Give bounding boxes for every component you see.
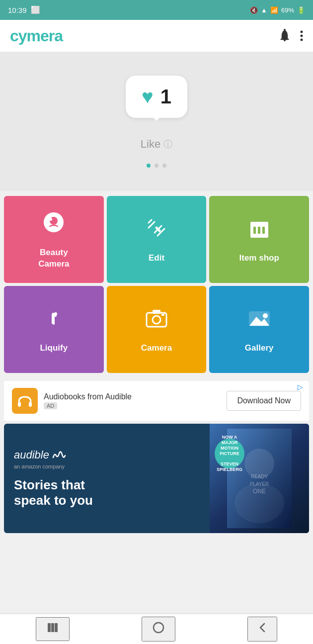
edit-icon [144,215,169,246]
svg-rect-0 [284,29,286,30]
bell-icon [278,29,291,43]
poster-badge: NOW A MAJORMOTION PICTURESTEVENSPIELBERG [215,439,244,468]
camera-icon [144,305,169,336]
beauty-camera-icon [41,209,67,240]
svg-rect-36 [154,623,163,633]
liquify-icon [41,305,67,336]
screen-icon: ⬜ [31,5,40,14]
svg-rect-33 [48,623,51,632]
back-nav-button[interactable] [247,617,277,642]
menu-nav-icon [47,622,59,633]
home-nav-icon [153,622,164,634]
dot-3 [162,164,166,168]
ad-section: Audiobooks from Audible AD Download Now … [4,381,309,421]
menu-nav-button[interactable] [36,617,70,641]
pagination-dots [147,164,166,168]
svg-point-2 [301,35,303,37]
like-count: 1 [160,86,171,108]
svg-point-19 [153,316,160,324]
item-shop-label: Item shop [239,253,279,264]
edit-button[interactable]: Edit [107,196,207,283]
svg-text:ONE: ONE [253,488,266,495]
audible-company: an amazon company [14,463,200,469]
audible-left: audible an amazon company Stories thatsp… [4,424,210,533]
audible-banner[interactable]: audible an amazon company Stories thatsp… [4,424,309,533]
beauty-camera-button[interactable]: BeautyCamera [4,196,104,283]
item-shop-button[interactable]: Item shop [209,196,309,283]
beauty-camera-label: BeautyCamera [38,247,69,269]
home-nav-button[interactable] [142,617,175,642]
status-left: 10:39 ⬜ [8,5,40,14]
wifi-icon: ▲ [261,6,267,14]
camera-label: Camera [141,343,172,354]
svg-rect-34 [51,623,54,632]
like-bubble: ♥ 1 [126,76,187,118]
audible-poster: NOW A MAJORMOTION PICTURESTEVENSPIELBERG… [210,424,309,533]
info-icon: ⓘ [163,138,172,150]
more-icon [300,30,303,42]
back-nav-icon [258,622,266,634]
mute-icon: 🔇 [250,6,258,14]
audible-wave-icon [52,451,66,460]
top-icons [278,29,303,43]
svg-text:PLAYER: PLAYER [250,481,269,487]
svg-point-24 [263,313,268,318]
time-label: 10:39 [8,6,27,14]
battery-label: 69% [281,6,294,14]
audible-logo-icon [12,388,38,414]
audible-logo-block: audible [14,449,200,461]
ad-text: Audiobooks from Audible AD [44,392,132,409]
ad-header: Audiobooks from Audible AD Download Now … [12,388,301,414]
svg-rect-14 [258,227,260,234]
dot-1 [147,164,151,168]
svg-point-6 [49,218,52,221]
dot-2 [155,164,158,168]
signal-icon: 📶 [270,6,278,14]
download-now-button[interactable]: Download Now [227,391,301,411]
ad-badge: AD [44,402,57,409]
edit-label: Edit [149,253,164,264]
svg-rect-25 [18,402,21,407]
feature-grid: BeautyCamera Edit Item shop [0,191,313,378]
liquify-label: Liquify [40,343,68,354]
movie-poster-image: NOW A MAJORMOTION PICTURESTEVENSPIELBERG… [210,424,309,533]
svg-point-1 [301,31,303,33]
svg-rect-13 [253,227,256,234]
ad-indicator-icon: ▷ [298,383,303,391]
svg-rect-20 [153,310,160,314]
app-logo: cymera [10,27,63,45]
svg-rect-21 [161,314,164,316]
item-shop-icon [246,215,272,246]
more-menu-button[interactable] [300,30,303,42]
gallery-button[interactable]: Gallery [209,286,309,373]
svg-rect-35 [55,623,58,632]
top-bar: cymera [0,20,313,52]
svg-rect-15 [262,227,265,234]
svg-text:READY: READY [251,474,268,479]
liquify-button[interactable]: Liquify [4,286,104,373]
svg-line-7 [149,220,152,223]
status-right: 🔇 ▲ 📶 69% 🔋 [250,6,305,14]
audible-tagline: Stories thatspeak to you [14,477,200,508]
ad-title: Audiobooks from Audible [44,392,132,401]
battery-icon: 🔋 [297,6,305,14]
heart-icon: ♥ [142,86,154,108]
notification-button[interactable] [278,29,291,43]
like-label: Like ⓘ [141,138,172,151]
ad-left: Audiobooks from Audible AD [12,388,132,414]
headphones-icon [17,393,33,409]
hero-banner: ♥ 1 Like ⓘ [0,52,313,191]
camera-button[interactable]: Camera [107,286,207,373]
gallery-label: Gallery [245,343,274,354]
status-bar: 10:39 ⬜ 🔇 ▲ 📶 69% 🔋 [0,0,313,20]
svg-rect-26 [29,402,32,407]
svg-point-3 [301,39,303,41]
audible-logo-text: audible [14,449,49,461]
bottom-nav [0,614,313,644]
gallery-icon [246,305,272,336]
svg-point-17 [54,312,57,315]
svg-rect-16 [250,222,268,226]
